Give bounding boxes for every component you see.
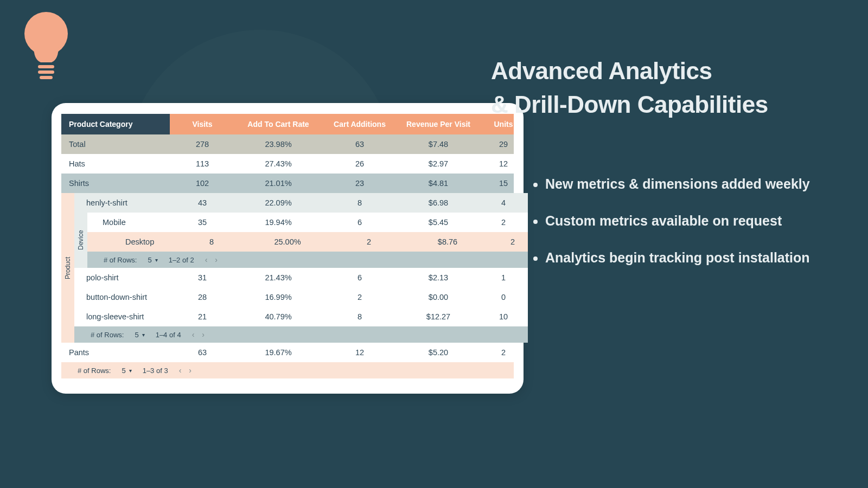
- product-axis-label: Product: [61, 193, 74, 343]
- pager-device: # of Rows: 5 ▾ 1–2 of 2 ‹ ›: [87, 252, 528, 268]
- analytics-table: Product Category Visits Add To Cart Rate…: [61, 114, 514, 378]
- row-device-desktop[interactable]: Desktop 8 25.00% 2 $8.76 2: [87, 232, 528, 252]
- pager-rows-select[interactable]: 5 ▾: [148, 256, 157, 264]
- caret-down-icon: ▾: [142, 332, 145, 338]
- row-product-button-down[interactable]: button-down-shirt 28 16.99% 2 $0.00 0: [74, 287, 528, 307]
- pager-range: 1–2 of 2: [169, 256, 194, 264]
- marketing-copy: Advanced Analytics & Drill-Down Capabili…: [491, 54, 852, 285]
- pager-range: 1–3 of 3: [143, 367, 168, 375]
- col-header-atc-rate[interactable]: Add To Cart Rate: [235, 120, 322, 129]
- svg-rect-3: [38, 65, 54, 68]
- pager-product: # of Rows: 5 ▾ 1–4 of 4 ‹ ›: [74, 326, 528, 343]
- pager-rows-select[interactable]: 5 ▾: [122, 367, 131, 375]
- pager-next-icon[interactable]: ›: [189, 366, 192, 375]
- row-category-shirts[interactable]: Shirts 102 21.01% 23 $4.81 15: [61, 174, 514, 193]
- pager-rows-label: # of Rows:: [91, 331, 124, 339]
- row-category-hats[interactable]: Hats 113 27.43% 26 $2.97 12: [61, 154, 514, 174]
- total-label: Total: [61, 140, 170, 149]
- row-category-pants[interactable]: Pants 63 19.67% 12 $5.20 2: [61, 343, 514, 362]
- row-device-mobile[interactable]: Mobile 35 19.94% 6 $5.45 2: [87, 213, 528, 232]
- svg-rect-4: [38, 70, 54, 74]
- device-axis-label: Device: [74, 213, 87, 268]
- feature-list: New metrics & dimensions added weekly Cu…: [491, 175, 852, 267]
- col-header-visits[interactable]: Visits: [170, 120, 235, 129]
- row-product-long-sleeve[interactable]: long-sleeve-shirt 21 40.79% 8 $12.27 10: [74, 307, 528, 326]
- pager-rows-label: # of Rows:: [104, 256, 137, 264]
- row-product-polo[interactable]: polo-shirt 31 21.43% 6 $2.13 1: [74, 268, 528, 287]
- pager-rows-select[interactable]: 5 ▾: [135, 331, 144, 339]
- table-header-row: Product Category Visits Add To Cart Rate…: [61, 114, 514, 134]
- pager-rows-label: # of Rows:: [78, 367, 111, 375]
- shirts-product-drilldown: Product henly-t-shirt 43 22.09% 8 $6.98 …: [61, 193, 514, 343]
- analytics-table-card: Product Category Visits Add To Cart Rate…: [52, 103, 524, 394]
- row-product-henly[interactable]: henly-t-shirt 43 22.09% 8 $6.98 4: [74, 193, 528, 213]
- row-total: Total 278 23.98% 63 $7.48 29: [61, 134, 514, 154]
- caret-down-icon: ▾: [155, 257, 158, 263]
- svg-rect-5: [40, 76, 53, 79]
- feature-item: Analytics begin tracking post installati…: [545, 249, 852, 267]
- feature-item: Custom metrics available on request: [545, 212, 852, 230]
- col-header-cart-adds[interactable]: Cart Additions: [322, 120, 398, 129]
- feature-item: New metrics & dimensions added weekly: [545, 175, 852, 194]
- headline: Advanced Analytics & Drill-Down Capabili…: [491, 54, 852, 121]
- lightbulb-icon: [22, 11, 71, 81]
- pager-next-icon[interactable]: ›: [202, 330, 205, 339]
- caret-down-icon: ▾: [129, 368, 132, 374]
- henly-device-drilldown: Device Mobile 35 19.94% 6 $5.45 2 Deskto…: [74, 213, 528, 268]
- pager-range: 1–4 of 4: [156, 331, 181, 339]
- pager-next-icon[interactable]: ›: [215, 255, 218, 264]
- pager-prev-icon[interactable]: ‹: [179, 366, 182, 375]
- col-header-category[interactable]: Product Category: [61, 114, 170, 134]
- pager-top-level: # of Rows: 5 ▾ 1–3 of 3 ‹ ›: [61, 362, 514, 378]
- pager-prev-icon[interactable]: ‹: [205, 255, 208, 264]
- col-header-rpv[interactable]: Revenue Per Visit: [398, 120, 479, 129]
- pager-prev-icon[interactable]: ‹: [192, 330, 195, 339]
